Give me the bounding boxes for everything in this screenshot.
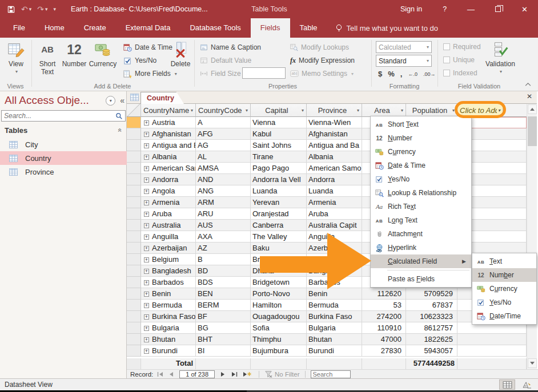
ribbon-tab-file[interactable]: File (3, 18, 35, 38)
menu-item-short-text[interactable]: ABShort Text (371, 118, 471, 131)
expand-subdatasheet-icon[interactable]: + (144, 257, 149, 262)
cell-capital[interactable]: Porto-Novo (251, 288, 307, 300)
cell-capital[interactable]: Bujumbura (251, 345, 307, 357)
cell-countrycode[interactable]: AND (196, 174, 251, 185)
cell-countrycode[interactable]: BD (196, 265, 251, 277)
help-icon[interactable]: ? (432, 0, 457, 18)
record-selector[interactable] (127, 140, 141, 151)
record-selector[interactable] (127, 163, 141, 174)
cell-countryname[interactable]: +Afghanistan (141, 128, 196, 140)
close-document-icon[interactable]: ✕ (527, 92, 532, 100)
cell-area[interactable]: 27830 (362, 345, 406, 357)
field-size-button[interactable]: Field Size (200, 68, 241, 79)
cell-countrycode[interactable]: AUS (196, 220, 251, 231)
cell-area[interactable]: 112620 (362, 288, 406, 300)
decrease-decimals-button[interactable]: .00→ (423, 71, 436, 77)
record-selector[interactable] (127, 265, 141, 277)
cell-province[interactable]: Andorra (307, 174, 362, 185)
comma-format-button[interactable]: , (400, 70, 403, 78)
delete-button[interactable]: Delete (169, 39, 192, 68)
expand-subdatasheet-icon[interactable]: + (144, 326, 149, 331)
cell-capital[interactable]: Oranjestad (251, 208, 307, 220)
cell-countryname[interactable]: +Benin (141, 288, 196, 300)
cell-countryname[interactable]: +Albania (141, 151, 196, 163)
expand-subdatasheet-icon[interactable]: + (144, 292, 149, 297)
menu-item-currency[interactable]: Currency (371, 145, 471, 159)
record-selector[interactable] (127, 117, 141, 128)
submenu-item-yes-no[interactable]: Yes/No (472, 296, 536, 309)
cell-countryname[interactable]: +Armenia (141, 197, 196, 208)
cell-province[interactable]: Bermuda (307, 300, 362, 311)
expand-subdatasheet-icon[interactable]: + (144, 314, 149, 320)
record-selector[interactable] (127, 220, 141, 231)
cell-countrycode[interactable]: BDS (196, 277, 251, 288)
record-selector[interactable] (127, 288, 141, 300)
indexed-checkbox[interactable]: Indexed (443, 69, 477, 77)
cell-province[interactable]: Bangladesh (307, 265, 362, 277)
cell-population[interactable]: 5709529 (406, 288, 457, 300)
submenu-item-date-time[interactable]: Date/Time (472, 309, 536, 323)
currency-format-button[interactable]: $ (378, 70, 382, 78)
last-record-icon[interactable] (230, 370, 239, 378)
cell-capital[interactable]: Dhaka (251, 265, 307, 277)
validation-button[interactable]: Validation ▾ (483, 39, 517, 76)
expand-subdatasheet-icon[interactable]: + (144, 337, 149, 342)
column-header-population[interactable]: Population▾ (406, 104, 457, 117)
currency-button[interactable]: Currency (88, 39, 118, 68)
sort-filter-arrow-icon[interactable]: ▾ (190, 108, 193, 113)
next-record-icon[interactable] (218, 370, 227, 378)
undo-icon[interactable]: ↶▾ (21, 5, 31, 14)
record-selector[interactable] (127, 128, 141, 140)
cell-countryname[interactable]: +Belgium (141, 254, 196, 265)
cell-province[interactable]: Burundi (307, 345, 362, 357)
data-type-combo[interactable]: Calculated ▾ (376, 41, 432, 53)
cell-countrycode[interactable]: AZ (196, 243, 251, 254)
cell-population[interactable]: 10623323 (406, 311, 457, 322)
cell-countrycode[interactable]: AL (196, 151, 251, 163)
cell-countryname[interactable]: +Bhutan (141, 334, 196, 345)
cell-province[interactable]: Albania (307, 151, 362, 163)
minimize-icon[interactable]: — (457, 0, 485, 18)
expand-subdatasheet-icon[interactable]: + (144, 189, 149, 194)
menu-item-hyperlink[interactable]: Hyperlink (371, 241, 471, 254)
table-row[interactable]: +Burkina FasoBFOuagadougouBurkina Faso27… (127, 311, 527, 322)
menu-item-number[interactable]: 12Number (371, 131, 471, 145)
cell-countryname[interactable]: +Burkina Faso (141, 311, 196, 322)
expand-subdatasheet-icon[interactable]: + (144, 120, 149, 126)
cell-province[interactable]: Burkina Faso (307, 311, 362, 322)
cell-countryname[interactable]: +Australia (141, 220, 196, 231)
menu-item-long-text[interactable]: ABLong Text (371, 213, 471, 227)
cell-countrycode[interactable]: BG (196, 322, 251, 334)
sign-in-button[interactable]: Sign in (390, 0, 432, 18)
cell-province[interactable]: Aruba (307, 208, 362, 220)
cell-capital[interactable]: The Valley (251, 231, 307, 243)
default-value-button[interactable]: Default Value (200, 55, 251, 66)
design-view-button[interactable] (519, 379, 535, 390)
expand-subdatasheet-icon[interactable]: + (144, 303, 149, 308)
expand-subdatasheet-icon[interactable]: + (144, 143, 149, 148)
scroll-down-icon[interactable] (528, 358, 537, 368)
cell-countrycode[interactable]: ANG (196, 185, 251, 197)
cell-capital[interactable]: Bridgetown (251, 277, 307, 288)
nav-item-country[interactable]: Country (0, 151, 127, 165)
no-filter-button[interactable]: No Filter (264, 370, 299, 378)
table-row[interactable]: +BulgariaBGSofiaBulgaria1109108612757 (127, 322, 527, 334)
collapse-ribbon-icon[interactable] (525, 82, 531, 86)
cell-province[interactable]: Brabant (307, 254, 362, 265)
menu-item-rich-text[interactable]: AaRich Text (371, 200, 471, 213)
table-row[interactable]: +BhutanBHTThimphuBhutan470001822625 (127, 334, 527, 345)
ribbon-tab-home[interactable]: Home (35, 18, 74, 38)
menu-item-calculated-field[interactable]: Calculated Field▶ (371, 254, 471, 268)
cell-countrycode[interactable]: BEN (196, 288, 251, 300)
cell-countrycode[interactable]: ARU (196, 208, 251, 220)
cell-countryname[interactable]: +Angola (141, 185, 196, 197)
menu-item-attachment[interactable]: Attachment (371, 227, 471, 241)
date-time-button[interactable]: Date & Time (123, 42, 172, 53)
tables-group-header[interactable]: Tables « (0, 124, 127, 136)
sort-filter-arrow-icon[interactable]: ▾ (244, 108, 248, 113)
cell-area[interactable]: 47000 (362, 334, 406, 345)
number-button[interactable]: 12 Number (62, 39, 87, 68)
restore-icon[interactable] (485, 0, 511, 18)
cell-countrycode[interactable]: AMSA (196, 163, 251, 174)
cell-province[interactable]: Benin (307, 288, 362, 300)
